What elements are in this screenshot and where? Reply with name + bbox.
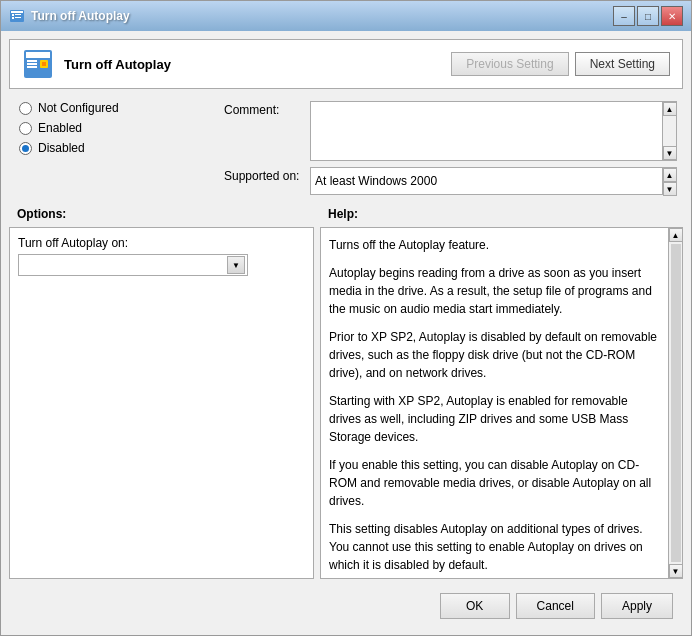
main-window: Turn off Autoplay – □ ✕ Turn off Autopla…: [0, 0, 692, 636]
help-p1: Turns off the Autoplay feature.: [329, 236, 660, 254]
right-top-panel: Comment: ▲ ▼ Supported on: At: [224, 95, 683, 201]
options-panel: Turn off Autoplay on: ▼: [9, 227, 314, 579]
svg-rect-10: [27, 66, 37, 68]
help-scroll-up[interactable]: ▲: [669, 228, 683, 242]
enabled-option[interactable]: Enabled: [19, 121, 214, 135]
help-p4: Starting with XP SP2, Autoplay is enable…: [329, 392, 660, 446]
help-scrollbar: ▲ ▼: [668, 228, 682, 578]
policy-icon: [22, 48, 54, 80]
supported-value-text: At least Windows 2000: [315, 174, 437, 188]
navigation-buttons: Previous Setting Next Setting: [451, 52, 670, 76]
dialog-content: Turn off Autoplay Previous Setting Next …: [1, 31, 691, 635]
dropdown-arrow-icon[interactable]: ▼: [227, 256, 245, 274]
svg-rect-4: [15, 14, 21, 15]
svg-rect-5: [15, 17, 21, 18]
help-p5: If you enable this setting, you can disa…: [329, 456, 660, 510]
section-labels: Options: Help:: [9, 207, 683, 221]
top-area: Not Configured Enabled Disabled Comment:: [9, 95, 683, 201]
comment-scroll-up[interactable]: ▲: [663, 102, 677, 116]
comment-scrollbar: ▲ ▼: [663, 101, 677, 161]
help-text-area: Turns off the Autoplay feature. Autoplay…: [321, 228, 668, 578]
supported-label: Supported on:: [224, 167, 304, 183]
help-scroll-down[interactable]: ▼: [669, 564, 683, 578]
comment-row: Comment: ▲ ▼: [224, 101, 677, 161]
supported-value-field: At least Windows 2000: [310, 167, 663, 195]
svg-rect-7: [26, 52, 50, 58]
enabled-radio[interactable]: [19, 122, 32, 135]
radio-panel: Not Configured Enabled Disabled: [9, 95, 224, 201]
cancel-button[interactable]: Cancel: [516, 593, 595, 619]
help-p2: Autoplay begins reading from a drive as …: [329, 264, 660, 318]
options-help-section: Turn off Autoplay on: ▼ Turns off the Au…: [9, 227, 683, 579]
help-p3: Prior to XP SP2, Autoplay is disabled by…: [329, 328, 660, 382]
apply-button[interactable]: Apply: [601, 593, 673, 619]
radio-group: Not Configured Enabled Disabled: [19, 101, 214, 155]
not-configured-option[interactable]: Not Configured: [19, 101, 214, 115]
maximize-button[interactable]: □: [637, 6, 659, 26]
close-button[interactable]: ✕: [661, 6, 683, 26]
help-p6: This setting disables Autoplay on additi…: [329, 520, 660, 574]
window-icon: [9, 8, 25, 24]
supported-scrollbar: ▲ ▼: [663, 167, 677, 195]
svg-rect-1: [11, 11, 23, 13]
minimize-button[interactable]: –: [613, 6, 635, 26]
bottom-bar: OK Cancel Apply: [9, 585, 683, 627]
supported-scroll-up[interactable]: ▲: [663, 168, 677, 182]
title-bar: Turn off Autoplay – □ ✕: [1, 1, 691, 31]
svg-rect-8: [27, 60, 37, 62]
options-section-label: Options:: [17, 207, 322, 221]
enabled-label: Enabled: [38, 121, 82, 135]
supported-scroll-down[interactable]: ▼: [663, 182, 677, 196]
ok-button[interactable]: OK: [440, 593, 510, 619]
header-section: Turn off Autoplay Previous Setting Next …: [9, 39, 683, 89]
disabled-radio[interactable]: [19, 142, 32, 155]
turn-off-label: Turn off Autoplay on:: [18, 236, 305, 250]
svg-rect-2: [12, 14, 14, 16]
not-configured-radio[interactable]: [19, 102, 32, 115]
disabled-option[interactable]: Disabled: [19, 141, 214, 155]
svg-rect-12: [42, 62, 46, 66]
comment-scroll-down[interactable]: ▼: [663, 146, 677, 160]
next-setting-button[interactable]: Next Setting: [575, 52, 670, 76]
disabled-label: Disabled: [38, 141, 85, 155]
svg-rect-9: [27, 63, 37, 65]
comment-label: Comment:: [224, 101, 304, 117]
autoplay-dropdown[interactable]: ▼: [18, 254, 248, 276]
not-configured-label: Not Configured: [38, 101, 119, 115]
title-controls: – □ ✕: [613, 6, 683, 26]
previous-setting-button[interactable]: Previous Setting: [451, 52, 568, 76]
comment-textarea[interactable]: [310, 101, 663, 161]
dialog-title: Turn off Autoplay: [64, 57, 441, 72]
supported-row: Supported on: At least Windows 2000 ▲ ▼: [224, 167, 677, 195]
help-section-label: Help:: [328, 207, 675, 221]
help-panel: Turns off the Autoplay feature. Autoplay…: [320, 227, 683, 579]
svg-rect-3: [12, 17, 14, 19]
window-title: Turn off Autoplay: [31, 9, 607, 23]
